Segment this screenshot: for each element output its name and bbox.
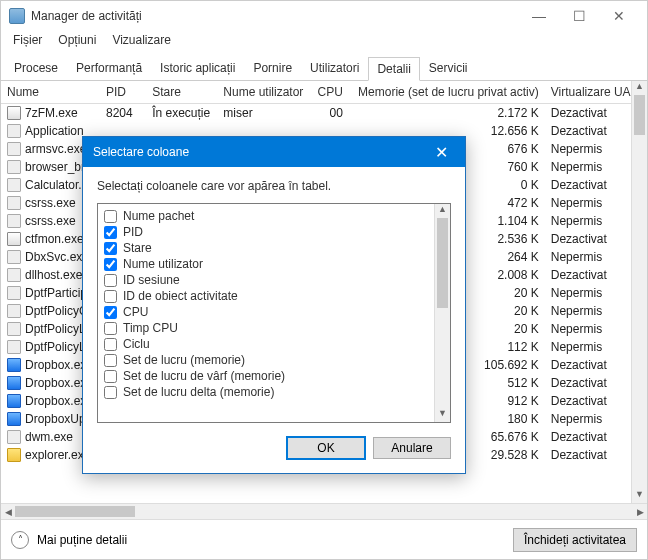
- scroll-thumb[interactable]: [437, 218, 448, 308]
- process-icon: [7, 430, 21, 444]
- process-icon: [7, 196, 21, 210]
- column-label: CPU: [123, 305, 148, 319]
- col-cpu[interactable]: CPU: [311, 81, 349, 104]
- scroll-up-icon[interactable]: ▲: [632, 81, 647, 95]
- column-checkbox[interactable]: [104, 290, 117, 303]
- tab-details[interactable]: Detalii: [368, 57, 419, 81]
- tab-app-history[interactable]: Istoric aplicații: [151, 56, 244, 80]
- process-icon: [7, 358, 21, 372]
- column-checkbox[interactable]: [104, 226, 117, 239]
- column-label: Set de lucru (memorie): [123, 353, 245, 367]
- tab-performance[interactable]: Performanță: [67, 56, 151, 80]
- column-checkbox[interactable]: [104, 274, 117, 287]
- column-label: PID: [123, 225, 143, 239]
- ok-button[interactable]: OK: [287, 437, 365, 459]
- window-title: Manager de activități: [31, 9, 142, 23]
- dialog-instruction: Selectați coloanele care vor apărea în t…: [97, 179, 451, 193]
- cancel-button[interactable]: Anulare: [373, 437, 451, 459]
- scroll-right-icon[interactable]: ▶: [633, 504, 647, 519]
- maximize-button[interactable]: ☐: [559, 2, 599, 30]
- tab-startup[interactable]: Pornire: [244, 56, 301, 80]
- columns-listbox[interactable]: Nume pachetPIDStareNume utilizatorID ses…: [97, 203, 451, 423]
- scroll-down-icon[interactable]: ▼: [435, 408, 450, 422]
- process-icon: [7, 178, 21, 192]
- column-option[interactable]: Set de lucru (memorie): [102, 352, 446, 368]
- process-icon: [7, 322, 21, 336]
- column-checkbox[interactable]: [104, 386, 117, 399]
- column-option[interactable]: Set de lucru delta (memorie): [102, 384, 446, 400]
- process-icon: [7, 106, 21, 120]
- process-icon: [7, 214, 21, 228]
- menubar: Fișier Opțiuni Vizualizare: [1, 31, 647, 51]
- process-icon: [7, 286, 21, 300]
- col-memory[interactable]: Memorie (set de lucru privat activ): [349, 81, 545, 104]
- table-row[interactable]: 7zFM.exe8204În execuțiemiser002.172 KDez…: [1, 104, 647, 123]
- column-checkbox[interactable]: [104, 258, 117, 271]
- column-checkbox[interactable]: [104, 210, 117, 223]
- process-icon: [7, 448, 21, 462]
- column-option[interactable]: Set de lucru de vârf (memorie): [102, 368, 446, 384]
- chevron-up-icon[interactable]: ˄: [11, 531, 29, 549]
- process-icon: [7, 340, 21, 354]
- process-icon: [7, 304, 21, 318]
- statusbar: ˄ Mai puține detalii Închideți activitat…: [1, 519, 647, 559]
- col-status[interactable]: Stare: [146, 81, 217, 104]
- column-option[interactable]: Ciclu: [102, 336, 446, 352]
- col-user[interactable]: Nume utilizator: [217, 81, 311, 104]
- column-option[interactable]: PID: [102, 224, 446, 240]
- column-checkbox[interactable]: [104, 322, 117, 335]
- menu-file[interactable]: Fișier: [5, 31, 50, 51]
- column-option[interactable]: CPU: [102, 304, 446, 320]
- process-icon: [7, 412, 21, 426]
- scroll-thumb[interactable]: [634, 95, 645, 135]
- col-name[interactable]: Nume: [1, 81, 100, 104]
- column-label: Stare: [123, 241, 152, 255]
- column-option[interactable]: Nume pachet: [102, 208, 446, 224]
- column-label: Set de lucru de vârf (memorie): [123, 369, 285, 383]
- scroll-down-icon[interactable]: ▼: [632, 489, 647, 503]
- process-icon: [7, 250, 21, 264]
- close-button[interactable]: ✕: [599, 2, 639, 30]
- tab-processes[interactable]: Procese: [5, 56, 67, 80]
- process-icon: [7, 394, 21, 408]
- tab-users[interactable]: Utilizatori: [301, 56, 368, 80]
- process-icon: [7, 232, 21, 246]
- hscroll-thumb[interactable]: [15, 506, 135, 517]
- process-icon: [7, 376, 21, 390]
- menu-view[interactable]: Vizualizare: [104, 31, 178, 51]
- minimize-button[interactable]: —: [519, 2, 559, 30]
- column-label: ID de obiect activitate: [123, 289, 238, 303]
- end-task-button[interactable]: Închideți activitatea: [513, 528, 637, 552]
- dialog-close-button[interactable]: ✕: [427, 143, 455, 162]
- column-option[interactable]: Stare: [102, 240, 446, 256]
- process-icon: [7, 160, 21, 174]
- dialog-scrollbar[interactable]: ▲ ▼: [434, 204, 450, 422]
- column-checkbox[interactable]: [104, 370, 117, 383]
- process-icon: [7, 124, 21, 138]
- column-label: Nume pachet: [123, 209, 194, 223]
- column-option[interactable]: ID de obiect activitate: [102, 288, 446, 304]
- tab-services[interactable]: Servicii: [420, 56, 477, 80]
- dialog-titlebar[interactable]: Selectare coloane ✕: [83, 137, 465, 167]
- column-checkbox[interactable]: [104, 338, 117, 351]
- menu-options[interactable]: Opțiuni: [50, 31, 104, 51]
- vertical-scrollbar[interactable]: ▲ ▼: [631, 81, 647, 503]
- col-pid[interactable]: PID: [100, 81, 146, 104]
- task-manager-icon: [9, 8, 25, 24]
- scroll-up-icon[interactable]: ▲: [435, 204, 450, 218]
- horizontal-scrollbar[interactable]: ◀ ▶: [1, 503, 647, 519]
- column-option[interactable]: Timp CPU: [102, 320, 446, 336]
- process-icon: [7, 268, 21, 282]
- titlebar[interactable]: Manager de activități — ☐ ✕: [1, 1, 647, 31]
- process-icon: [7, 142, 21, 156]
- column-option[interactable]: ID sesiune: [102, 272, 446, 288]
- column-label: Timp CPU: [123, 321, 178, 335]
- column-option[interactable]: Nume utilizator: [102, 256, 446, 272]
- column-checkbox[interactable]: [104, 354, 117, 367]
- column-checkbox[interactable]: [104, 242, 117, 255]
- dialog-title-text: Selectare coloane: [93, 145, 189, 159]
- fewer-details-link[interactable]: Mai puține detalii: [37, 533, 127, 547]
- column-label: Ciclu: [123, 337, 150, 351]
- scroll-left-icon[interactable]: ◀: [1, 504, 15, 519]
- column-checkbox[interactable]: [104, 306, 117, 319]
